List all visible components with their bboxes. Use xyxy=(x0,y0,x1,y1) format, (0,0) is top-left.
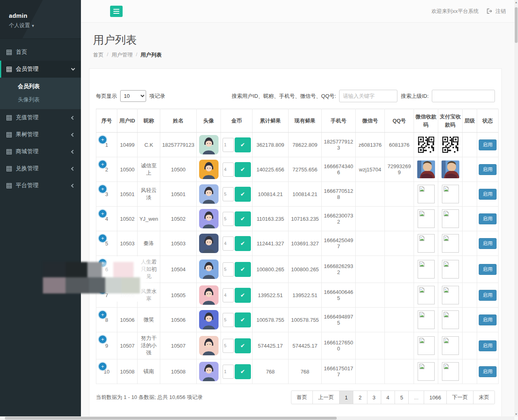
coin-input[interactable] xyxy=(223,236,234,251)
pagination-button[interactable]: 3 xyxy=(367,390,381,404)
pagination-button[interactable]: 5 xyxy=(395,390,409,404)
status-cell: 启用 xyxy=(477,283,499,308)
parent-id-input[interactable] xyxy=(432,90,495,102)
coin-confirm-button[interactable]: ✔ xyxy=(235,137,251,152)
pagination-button[interactable]: 2 xyxy=(353,390,367,404)
avatar xyxy=(199,234,219,253)
table-row: +210500诚信至上10500 ✔140225.65672755.656166… xyxy=(96,157,499,182)
broken-image-icon xyxy=(442,185,459,203)
pixelated-artifact xyxy=(43,262,140,293)
expand-row-button[interactable]: + xyxy=(99,210,106,217)
vertical-scrollbar[interactable]: ▲ ▼ xyxy=(514,0,518,416)
expand-row-button[interactable]: + xyxy=(99,160,106,168)
coin-confirm-button[interactable]: ✔ xyxy=(235,312,251,327)
coin-input[interactable] xyxy=(223,288,234,302)
expand-row-button[interactable]: + xyxy=(99,311,106,319)
horizontal-scrollbar[interactable] xyxy=(0,416,514,420)
horizontal-scroll-thumb[interactable] xyxy=(5,417,337,420)
qq-cell: 729932699 xyxy=(385,157,414,182)
sidebar-subitem-avatar-list[interactable]: 头像列表 xyxy=(0,93,81,106)
status-enable-button[interactable]: 启用 xyxy=(479,213,497,224)
coin-input[interactable] xyxy=(223,313,234,327)
status-enable-button[interactable]: 启用 xyxy=(479,189,497,200)
status-enable-button[interactable]: 启用 xyxy=(479,264,497,275)
coin-confirm-button[interactable]: ✔ xyxy=(235,187,251,202)
phone-cell: 16668262932 xyxy=(322,256,356,283)
coin-input[interactable] xyxy=(223,339,234,353)
scroll-up-arrow[interactable]: ▲ xyxy=(514,1,518,4)
coin-confirm-button[interactable]: ✔ xyxy=(235,211,251,226)
coin-input[interactable] xyxy=(223,262,234,276)
pagination-button[interactable]: 1 xyxy=(339,390,353,404)
pagination-button[interactable]: 上一页 xyxy=(312,390,340,404)
coin-confirm-button[interactable]: ✔ xyxy=(235,288,251,303)
status-enable-button[interactable]: 启用 xyxy=(479,314,497,325)
expand-row-button[interactable]: + xyxy=(99,185,106,193)
pagination-ellipsis: ... xyxy=(408,390,424,404)
column-header: 累计鲜果 xyxy=(253,109,289,133)
status-enable-button[interactable]: 启用 xyxy=(479,139,497,150)
pagination-button[interactable]: 4 xyxy=(381,390,395,404)
status-enable-button[interactable]: 启用 xyxy=(479,164,497,175)
coin-confirm-button[interactable]: ✔ xyxy=(235,236,251,251)
status-enable-button[interactable]: 启用 xyxy=(479,340,497,351)
status-enable-button[interactable]: 启用 xyxy=(479,290,497,301)
chevron-left-icon xyxy=(71,150,75,154)
sidebar-item-home[interactable]: 首页 xyxy=(0,44,81,61)
pagination-button[interactable]: 1066 xyxy=(424,390,447,404)
coin-input[interactable] xyxy=(223,138,234,152)
scroll-down-arrow[interactable]: ▼ xyxy=(514,413,518,416)
avatar xyxy=(199,260,219,279)
column-header: 微信收款码 xyxy=(414,109,438,133)
expand-row-button[interactable]: + xyxy=(99,363,106,370)
user-settings-link[interactable]: 个人设置▼ xyxy=(9,22,81,29)
sidebar-subitem-member-list[interactable]: 会员列表 xyxy=(0,80,81,93)
coin-confirm-button[interactable]: ✔ xyxy=(235,338,251,353)
status-enable-button[interactable]: 启用 xyxy=(479,238,497,249)
pagination-button[interactable]: 下一页 xyxy=(446,390,473,404)
sidebar-item-exchange[interactable]: 兑换管理 xyxy=(0,160,81,177)
phone-cell: 16661276500 xyxy=(322,332,356,359)
broken-image-icon xyxy=(418,362,435,381)
grid-icon xyxy=(6,67,12,72)
status-enable-button[interactable]: 启用 xyxy=(479,366,497,377)
row-index: 9 xyxy=(105,343,108,349)
coin-confirm-button[interactable]: ✔ xyxy=(235,162,251,177)
expand-row-button[interactable]: + xyxy=(99,234,106,242)
sidebar-item-fruit-tree[interactable]: 果树管理 xyxy=(0,126,81,143)
total-fruit-cell: 100814.21 xyxy=(253,182,289,207)
user-id-cell: 10502 xyxy=(117,207,138,231)
per-page-select[interactable]: 10 xyxy=(120,90,146,102)
broken-image-icon xyxy=(418,260,435,279)
pagination-button[interactable]: 末页 xyxy=(473,390,495,404)
sidebar-item-recharge[interactable]: 充值管理 xyxy=(0,109,81,126)
pagination-button[interactable]: 首页 xyxy=(291,390,313,404)
expand-row-button[interactable]: + xyxy=(99,136,106,144)
sidebar-item-platform[interactable]: 平台管理 xyxy=(0,177,81,194)
breadcrumb-user-mgmt[interactable]: 用户管理 xyxy=(112,51,133,59)
breadcrumb-home[interactable]: 首页 xyxy=(93,51,104,59)
coin-input[interactable] xyxy=(223,187,234,201)
sidebar-toggle-button[interactable] xyxy=(110,6,123,17)
coin-cell: ✔ xyxy=(221,359,253,384)
grid-icon xyxy=(6,50,12,55)
sidebar-item-mall[interactable]: 商城管理 xyxy=(0,143,81,160)
index-cell: +2 xyxy=(96,157,117,182)
sidebar-item-members[interactable]: 会员管理 xyxy=(0,61,81,78)
search-input[interactable] xyxy=(339,90,397,102)
vertical-scroll-thumb[interactable] xyxy=(515,7,518,43)
logout-button[interactable]: 注销 xyxy=(487,8,506,15)
table-row: +410502YJ_wen10502 ✔110163.235107163.235… xyxy=(96,207,499,231)
coin-input[interactable] xyxy=(223,212,234,226)
table-row: +810506微笑10506 ✔100578.755100578.7551666… xyxy=(96,308,499,332)
coin-input[interactable] xyxy=(223,365,234,379)
coin-confirm-button[interactable]: ✔ xyxy=(235,364,251,379)
coin-input[interactable] xyxy=(223,163,234,177)
coin-confirm-button[interactable]: ✔ xyxy=(235,262,251,277)
parent-id-label: 搜索上级ID: xyxy=(401,93,429,100)
row-index: 8 xyxy=(105,317,108,323)
coin-cell: ✔ xyxy=(221,182,253,207)
expand-row-button[interactable]: + xyxy=(99,336,106,343)
breadcrumb-current: 用户列表 xyxy=(140,51,161,59)
status-cell: 启用 xyxy=(477,359,499,384)
